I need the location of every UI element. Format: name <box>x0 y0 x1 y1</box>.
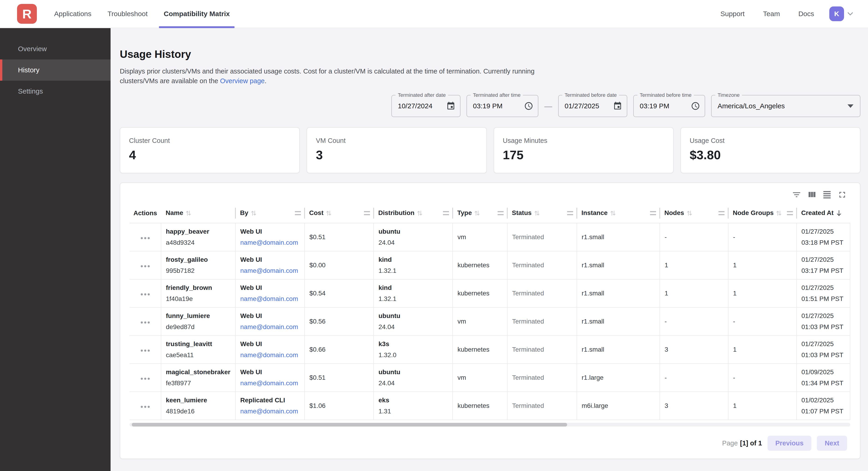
column-menu-icon[interactable] <box>443 211 449 215</box>
column-menu-icon[interactable] <box>295 211 301 215</box>
chevron-down-icon[interactable] <box>846 9 855 18</box>
stats-row: Cluster Count 4 VM Count 3 Usage Minutes… <box>120 127 860 173</box>
created-at-time: 01:51 PM PST <box>801 295 850 302</box>
row-actions-icon[interactable] <box>144 378 146 380</box>
row-actions-icon[interactable] <box>144 265 146 267</box>
sidebar-item-overview[interactable]: Overview <box>0 38 111 59</box>
created-by-email-link[interactable]: name@domain.com <box>240 239 304 246</box>
columns-icon[interactable] <box>807 190 817 200</box>
replicated-logo[interactable]: R <box>17 4 37 24</box>
created-at-time: 01:34 PM PST <box>801 380 850 387</box>
row-actions-icon[interactable] <box>144 350 146 352</box>
column-header-created-at[interactable]: Created At <box>797 203 850 223</box>
nav-link-support[interactable]: Support <box>711 10 754 18</box>
column-header-status[interactable]: Status <box>507 203 577 223</box>
column-header-type[interactable]: Type <box>453 203 507 223</box>
terminated-before-date-value[interactable]: 01/27/2025 <box>565 102 613 110</box>
stat-card-usage-minutes: Usage Minutes 175 <box>494 127 674 173</box>
sort-icon <box>775 209 783 217</box>
timezone-select[interactable]: Timezone America/Los_Angeles <box>711 95 860 117</box>
overview-page-link[interactable]: Overview page <box>220 77 265 85</box>
filter-icon[interactable] <box>792 190 801 200</box>
pagination: Page [1] of 1 Previous Next <box>120 426 860 456</box>
main-content: Usage History Displays prior clusters/VM… <box>111 28 868 471</box>
nav-item-compatibility-matrix[interactable]: Compatibility Matrix <box>156 0 238 28</box>
status-value: Terminated <box>512 374 544 381</box>
stat-label: Usage Minutes <box>503 137 664 145</box>
nav-link-docs[interactable]: Docs <box>789 10 823 18</box>
row-actions-icon[interactable] <box>144 406 146 408</box>
dropdown-arrow-icon[interactable] <box>847 105 854 108</box>
distribution-name: kind <box>378 256 453 263</box>
terminated-after-date-value[interactable]: 10/27/2024 <box>398 102 446 110</box>
column-menu-icon[interactable] <box>364 211 370 215</box>
terminated-after-time-input[interactable]: Terminated after time 03:19 PM <box>466 95 538 117</box>
row-actions-icon[interactable] <box>144 237 146 239</box>
column-menu-icon[interactable] <box>787 211 793 215</box>
terminated-before-time-value[interactable]: 03:19 PM <box>640 102 691 110</box>
nav-link-team[interactable]: Team <box>754 10 789 18</box>
column-header-nodes[interactable]: Nodes <box>660 203 728 223</box>
stat-label: Usage Cost <box>690 137 851 145</box>
calendar-icon[interactable] <box>446 101 456 111</box>
table-row: keen_lumiere 4819de16 Replicated CLI nam… <box>129 392 850 420</box>
type-value: vm <box>458 233 466 241</box>
created-by-email-link[interactable]: name@domain.com <box>240 323 304 331</box>
horizontal-scrollbar-thumb[interactable] <box>132 423 567 426</box>
density-icon[interactable] <box>822 190 832 200</box>
created-at-date: 01/27/2025 <box>801 340 850 348</box>
table-toolbar <box>120 183 860 203</box>
column-menu-icon[interactable] <box>650 211 656 215</box>
distribution-version: 24.04 <box>378 380 453 387</box>
terminated-before-time-input[interactable]: Terminated before time 03:19 PM <box>633 95 705 117</box>
created-by-email-link[interactable]: name@domain.com <box>240 408 304 415</box>
type-value: kubernetes <box>458 402 490 409</box>
terminated-after-date-input[interactable]: Terminated after date 10/27/2024 <box>392 95 461 117</box>
column-label: Cost <box>309 209 323 216</box>
created-at-time: 03:18 PM PST <box>801 239 850 246</box>
sidebar-item-settings[interactable]: Settings <box>0 81 111 102</box>
created-at-time: 01:03 PM PST <box>801 323 850 331</box>
nav-item-troubleshoot[interactable]: Troubleshoot <box>99 0 156 28</box>
table-row: friendly_brown 1f40a19e Web UI name@doma… <box>129 279 850 307</box>
terminated-before-date-input[interactable]: Terminated before date 01/27/2025 <box>558 95 627 117</box>
created-by-email-link[interactable]: name@domain.com <box>240 351 304 359</box>
distribution-name: kind <box>378 284 453 292</box>
cost-value: $1.06 <box>309 402 326 409</box>
column-header-cost[interactable]: Cost <box>305 203 374 223</box>
cost-value: $0.66 <box>309 346 326 353</box>
column-header-distribution[interactable]: Distribution <box>374 203 453 223</box>
column-menu-icon[interactable] <box>567 211 573 215</box>
row-actions-icon[interactable] <box>144 293 146 295</box>
sort-icon <box>533 209 541 217</box>
created-by-source: Web UI <box>240 228 304 235</box>
terminated-before-date-label: Terminated before date <box>562 92 619 99</box>
clock-icon[interactable] <box>524 101 533 111</box>
sidebar-item-history[interactable]: History <box>0 59 111 81</box>
calendar-icon[interactable] <box>613 101 622 111</box>
cluster-name: friendly_brown <box>166 284 235 292</box>
column-menu-icon[interactable] <box>718 211 724 215</box>
next-page-button[interactable]: Next <box>817 436 847 451</box>
timezone-value[interactable]: America/Los_Angeles <box>718 102 847 110</box>
column-label: Status <box>512 209 532 216</box>
terminated-after-date-label: Terminated after date <box>396 92 448 99</box>
created-by-email-link[interactable]: name@domain.com <box>240 380 304 387</box>
clock-icon[interactable] <box>691 101 700 111</box>
nav-item-applications[interactable]: Applications <box>46 0 99 28</box>
column-header-node-groups[interactable]: Node Groups <box>728 203 797 223</box>
column-header-instance[interactable]: Instance <box>577 203 660 223</box>
type-value: vm <box>458 318 466 325</box>
row-actions-icon[interactable] <box>144 321 146 324</box>
status-value: Terminated <box>512 290 544 297</box>
column-header-by[interactable]: By <box>236 203 305 223</box>
created-by-email-link[interactable]: name@domain.com <box>240 295 304 302</box>
user-avatar[interactable]: K <box>829 6 844 21</box>
column-header-name[interactable]: Name <box>161 203 236 223</box>
column-menu-icon[interactable] <box>498 211 503 215</box>
previous-page-button[interactable]: Previous <box>768 436 812 451</box>
sort-icon <box>250 209 257 217</box>
created-by-email-link[interactable]: name@domain.com <box>240 267 304 274</box>
fullscreen-icon[interactable] <box>837 190 847 200</box>
terminated-after-time-value[interactable]: 03:19 PM <box>473 102 524 110</box>
